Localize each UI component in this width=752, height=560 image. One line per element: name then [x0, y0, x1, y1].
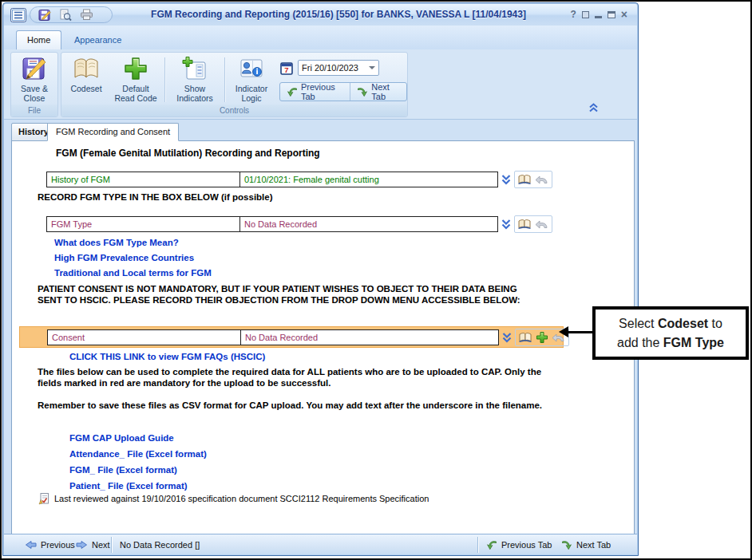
print-preview-icon[interactable] [59, 9, 72, 22]
codeset-button[interactable]: Codeset [65, 53, 108, 105]
status-text: No Data Recorded [] [120, 534, 200, 555]
group-label-file: File [11, 105, 57, 116]
expand-chevron-icon[interactable] [501, 219, 511, 230]
callout-annotation: Select Codeset to add the FGM Type [592, 306, 749, 360]
group-label-controls: Controls [61, 105, 407, 116]
link-traditional-local-terms[interactable]: Traditional and Local terms for FGM [54, 268, 212, 278]
pin-icon[interactable] [582, 11, 589, 18]
codeset-book-icon[interactable] [517, 219, 532, 230]
date-value: Fri 20/10/2023 [302, 61, 367, 75]
codeset-book-icon [71, 53, 101, 84]
date-picker: 7 Fri 20/10/2023 [280, 60, 379, 76]
ribbon-group-controls: Codeset Default Read Code Show Indicator… [61, 52, 408, 117]
save-close-icon [21, 53, 48, 84]
ribbon: Save & Close File Codeset Default Read C… [4, 49, 637, 120]
svg-text:7: 7 [284, 65, 288, 74]
field-row-consent: Consent No Data Recorded [47, 329, 569, 346]
show-indicators-icon [182, 53, 208, 84]
undo-icon[interactable] [535, 175, 549, 185]
indicator-logic-icon [239, 53, 264, 84]
divider [477, 537, 478, 553]
calendar-icon[interactable]: 7 [280, 61, 294, 75]
next-tab-button-bottom[interactable]: Next Tab [561, 534, 611, 555]
ribbon-group-file: Save & Close File [10, 52, 58, 117]
field-value: 01/10/2021: Female genital cutting [240, 172, 497, 187]
curved-arrow-right-icon [357, 86, 368, 97]
save-close-button[interactable]: Save & Close [13, 53, 56, 105]
close-button[interactable]: × [621, 10, 627, 19]
ribbon-tab-row: Home Appearance [4, 26, 637, 49]
history-of-fgm-field[interactable]: History of FGM 01/10/2021: Female genita… [46, 172, 498, 187]
upload-paragraph-2: Remember to save these files as CSV form… [38, 400, 558, 411]
collapse-ribbon-icon[interactable] [588, 103, 599, 112]
link-fgm-file[interactable]: FGM_ File (Excel format) [69, 465, 177, 475]
expand-chevron-icon[interactable] [501, 174, 511, 185]
document-note-icon [38, 492, 49, 505]
plus-icon [123, 53, 148, 84]
tab-home[interactable]: Home [16, 30, 61, 49]
arrow-right-icon [76, 540, 88, 550]
app-menu-icon[interactable] [10, 8, 26, 22]
application-window: FGM Recording and Reporting (2015/16) [5… [2, 2, 639, 556]
record-fgm-type-heading: RECORD FGM TYPE IN THE BOX BELOW (if pos… [38, 192, 273, 202]
previous-tab-button[interactable]: Previous Tab [280, 83, 350, 101]
default-read-code-button[interactable]: Default Read Code [109, 53, 162, 105]
upload-paragraph-1: The files below can be used to complete … [38, 366, 558, 388]
save-icon[interactable] [38, 9, 51, 22]
date-input[interactable]: Fri 20/10/2023 [298, 60, 379, 76]
consent-highlight-band: Consent No Data Recorded [19, 326, 564, 348]
arrow-left-icon [25, 540, 37, 550]
link-fgm-cap-upload-guide[interactable]: FGM CAP Upload Guide [69, 433, 174, 443]
add-code-plus-icon[interactable] [536, 331, 548, 344]
callout-text: Select Codeset to add the FGM Type [617, 314, 724, 351]
title-bar: FGM Recording and Reporting (2015/16) [5… [4, 4, 637, 26]
help-icon[interactable]: ? [570, 10, 576, 19]
consent-paragraph: PATIENT CONSENT IS NOT MANDATORY, BUT IF… [38, 283, 534, 306]
codeset-book-icon[interactable] [518, 332, 532, 343]
link-patient-file[interactable]: Patient_ File (Excel format) [69, 481, 188, 491]
fgm-type-field[interactable]: FGM Type No Data Recorded [46, 216, 498, 232]
window-title: FGM Recording and Reporting (2015/16) [5… [124, 9, 553, 20]
print-icon[interactable] [80, 9, 93, 21]
link-attendance-file[interactable]: Attendance_ File (Excel format) [69, 449, 207, 459]
maximize-button[interactable] [608, 11, 615, 18]
review-note: Last reviewed against 19/10/2016 specifi… [54, 494, 429, 503]
indicator-logic-button[interactable]: Indicator Logic [228, 53, 275, 105]
curved-arrow-left-icon [287, 86, 298, 97]
undo-icon[interactable] [535, 219, 549, 230]
consent-field[interactable]: Consent No Data Recorded [47, 329, 499, 345]
next-tab-button[interactable]: Next Tab [350, 83, 406, 101]
show-indicators-button[interactable]: Show Indicators [168, 53, 221, 105]
link-fgm-faqs[interactable]: CLICK THIS LINK to view FGM FAQs (HSCIC) [69, 352, 265, 361]
previous-button[interactable]: Previous [25, 534, 75, 555]
status-bar: Previous Next No Data Recorded [] Previo… [4, 534, 637, 554]
field-label: Consent [48, 330, 241, 345]
tab-appearance[interactable]: Appearance [68, 30, 128, 49]
row-toolbar [514, 171, 552, 188]
callout-arrow-line [567, 331, 594, 333]
divider [111, 537, 112, 553]
window-controls: ? × [570, 10, 627, 19]
review-note-row: Last reviewed against 19/10/2016 specifi… [38, 492, 429, 505]
ribbon-separator [164, 57, 165, 102]
field-value: No Data Recorded [241, 330, 498, 345]
row-toolbar [514, 215, 552, 233]
link-what-does-fgm-type-mean[interactable]: What does FGM Type Mean? [54, 238, 179, 247]
previous-tab-button-bottom[interactable]: Previous Tab [486, 534, 552, 555]
expand-chevron-icon[interactable] [502, 332, 512, 343]
chevron-down-icon[interactable] [369, 66, 375, 69]
curved-arrow-right-icon [561, 539, 572, 550]
ribbon-tab-navigation: Previous Tab Next Tab [279, 82, 407, 101]
link-high-fgm-prevalence-countries[interactable]: High FGM Prevalence Countries [54, 253, 194, 262]
curved-arrow-left-icon [486, 539, 497, 550]
next-button[interactable]: Next [76, 534, 110, 555]
page-heading: FGM (Female Genital Mutilation) Recordin… [56, 148, 320, 159]
field-row-fgm-type: FGM Type No Data Recorded [46, 215, 552, 233]
field-row-history-of-fgm: History of FGM 01/10/2021: Female genita… [46, 171, 552, 188]
quick-access-toolbar [30, 6, 113, 23]
field-value: No Data Recorded [240, 217, 497, 231]
field-label: FGM Type [47, 217, 240, 231]
tab-fgm-recording-and-consent[interactable]: FGM Recording and Consent [47, 123, 179, 141]
minimize-button[interactable] [595, 16, 602, 18]
codeset-book-icon[interactable] [517, 174, 532, 185]
